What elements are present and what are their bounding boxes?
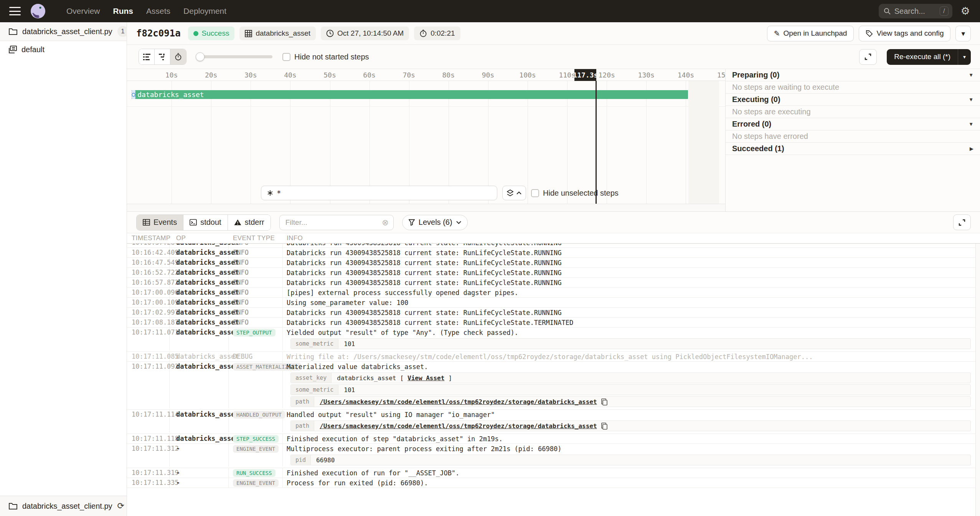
event-row[interactable]: 10:16:52.722databricks_assetINFODatabric…	[127, 268, 980, 278]
tab-stdout[interactable]: stdout	[183, 215, 228, 230]
event-timestamp: 10:17:11.085	[127, 352, 170, 361]
search-input[interactable]: Search... /	[879, 4, 952, 18]
event-row[interactable]: 10:17:00.109databricks_assetINFOUsing so…	[127, 298, 980, 308]
reexecute-all-button[interactable]: Re-execute all (*)	[887, 49, 958, 65]
event-op: databricks_asset	[170, 410, 229, 432]
asset-tag-chip[interactable]: databricks_asset	[239, 26, 316, 40]
panel-section-succeeded[interactable]: Succeeded (1)▶	[726, 143, 980, 155]
log-filter-input[interactable]: Filter... ⊗	[279, 215, 394, 230]
column-header-op: OP	[170, 234, 229, 242]
nav-item-assets[interactable]: Assets	[140, 7, 177, 16]
event-row[interactable]: 10:16:42.409databricks_assetINFODatabric…	[127, 248, 980, 258]
zoom-slider[interactable]	[196, 55, 272, 58]
event-info: Process for run exited (pid: 66980).	[283, 478, 980, 488]
view-tags-config-button[interactable]: View tags and config	[859, 26, 950, 41]
event-type-pill: HANDLED_OUTPUT	[233, 411, 285, 419]
selection-handle-knob[interactable]	[132, 93, 135, 97]
event-message: [pipes] external process successfully op…	[287, 288, 975, 297]
nav-item-runs[interactable]: Runs	[107, 7, 140, 16]
event-row[interactable]: 10:16:47.549databricks_assetINFODatabric…	[127, 258, 980, 268]
nav-item-deployment[interactable]: Deployment	[177, 7, 233, 16]
tab-stderr[interactable]: stderr	[228, 215, 271, 230]
row-gridline	[127, 106, 725, 107]
event-row[interactable]: 10:17:11.319-RUN_SUCCESSFinished executi…	[127, 468, 980, 478]
checkbox-icon[interactable]	[531, 189, 539, 197]
metadata-link[interactable]: /Users/smackesey/stm/code/elementl/oss/t…	[320, 422, 597, 430]
run-actions-dropdown-button[interactable]: ▾	[955, 26, 971, 41]
event-message: Finished execution of step "databricks_a…	[287, 435, 975, 443]
expand-logs-button[interactable]	[953, 214, 971, 230]
event-row[interactable]: 10:17:11.085databricks_assetDEBUGWriting…	[127, 352, 980, 362]
selection-handle[interactable]	[132, 90, 135, 99]
event-message: Materialized value databricks_asset.	[287, 363, 975, 371]
event-type-pill: STEP_OUTPUT	[233, 329, 276, 336]
reexecute-dropdown-button[interactable]: ▾	[958, 49, 971, 65]
sidebar-item-default[interactable]: default	[0, 41, 127, 58]
event-row[interactable]: 10:16:57.872databricks_assetINFODatabric…	[127, 278, 980, 288]
waterfall-view-button[interactable]	[155, 49, 170, 64]
event-info: Finished execution of step "databricks_a…	[283, 434, 980, 443]
event-op: databricks_asset	[170, 258, 229, 267]
main-nav: OverviewRunsAssetsDeployment	[60, 7, 233, 16]
panel-section-errored[interactable]: Errored (0)▼	[726, 118, 980, 130]
nav-item-overview[interactable]: Overview	[60, 7, 107, 16]
copy-icon[interactable]	[601, 398, 608, 406]
gantt-bar-databricks-asset[interactable]: databricks_asset	[135, 90, 688, 99]
levels-dropdown[interactable]: Levels (6)	[402, 215, 468, 230]
event-timestamp: 10:17:11.312	[127, 444, 170, 467]
event-row[interactable]: 10:17:11.114databricks_assetHANDLED_OUTP…	[127, 410, 980, 434]
dagster-logo[interactable]	[30, 3, 46, 19]
refresh-icon[interactable]: ⟳	[117, 501, 124, 511]
metadata-row: pid66980	[290, 455, 971, 465]
sidebar-footer: databricks_asset_client.py ⟳	[0, 496, 127, 516]
event-info: Handled output "result" using IO manager…	[283, 410, 980, 432]
metadata-label: path	[291, 421, 314, 431]
flat-view-button[interactable]	[139, 49, 155, 64]
panel-section-executing[interactable]: Executing (0)▼	[726, 94, 980, 106]
tab-events[interactable]: Events	[137, 215, 183, 230]
event-type-cell: INFO	[229, 278, 283, 287]
event-op: databricks_asset	[170, 268, 229, 277]
event-row[interactable]: 10:17:11.335-ENGINE_EVENTProcess for run…	[127, 478, 980, 488]
expand-gantt-button[interactable]	[859, 49, 877, 65]
event-row[interactable]: 10:16:37.284databricks_assetINFODatabric…	[127, 244, 980, 248]
event-info: Databricks run 43009438525818 current st…	[283, 278, 980, 287]
metadata-label: asset_key	[291, 373, 332, 383]
selection-options-button[interactable]	[502, 186, 526, 200]
sidebar-item-file[interactable]: databricks_asset_client.py 1	[0, 22, 127, 41]
open-launchpad-button[interactable]: ✎ Open in Launchpad	[767, 26, 854, 41]
event-row[interactable]: 10:17:08.187databricks_assetINFODatabric…	[127, 318, 980, 328]
event-type-cell: INFO	[229, 288, 283, 297]
timed-view-button[interactable]	[170, 49, 186, 64]
panel-section-preparing[interactable]: Preparing (0)▼	[726, 69, 980, 81]
event-info: Finished execution of run for "__ASSET_J…	[283, 468, 980, 478]
step-selector-input[interactable]: *	[261, 186, 497, 200]
checkbox-icon[interactable]	[282, 53, 290, 61]
hide-unselected-checkbox[interactable]: Hide unselected steps	[531, 189, 619, 198]
metadata-link[interactable]: /Users/smackesey/stm/code/elementl/oss/t…	[320, 398, 597, 406]
event-row[interactable]: 10:17:00.096databricks_assetINFO[pipes] …	[127, 288, 980, 298]
event-row[interactable]: 10:17:11.092databricks_assetASSET_MATERI…	[127, 362, 980, 410]
event-message: Databricks run 43009438525818 current st…	[287, 244, 975, 247]
gear-icon[interactable]: ⚙	[961, 6, 970, 16]
axis-tick-label: 140s	[674, 69, 697, 81]
menu-icon[interactable]	[9, 7, 21, 15]
event-message: Databricks run 43009438525818 current st…	[287, 279, 975, 287]
event-message: Handled output "result" using IO manager…	[287, 410, 975, 419]
zoom-slider-knob[interactable]	[196, 53, 205, 61]
event-type-cell: INFO	[229, 244, 283, 247]
hide-not-started-checkbox[interactable]: Hide not started steps	[282, 53, 369, 61]
event-row[interactable]: 10:17:11.071databricks_assetSTEP_OUTPUTY…	[127, 328, 980, 352]
terminal-icon	[190, 219, 197, 226]
event-row[interactable]: 10:17:02.997databricks_assetINFODatabric…	[127, 308, 980, 318]
metadata-value: 66980	[311, 455, 340, 465]
event-timestamp: 10:16:37.284	[127, 244, 170, 247]
event-row[interactable]: 10:17:11.118databricks_assetSTEP_SUCCESS…	[127, 434, 980, 444]
view-asset-link[interactable]: View Asset	[408, 374, 444, 382]
axis-tick-label: 150s	[714, 69, 726, 81]
event-row[interactable]: 10:17:11.312-ENGINE_EVENTMultiprocess ex…	[127, 444, 980, 468]
copy-icon[interactable]	[601, 422, 608, 430]
clear-filter-icon[interactable]: ⊗	[382, 218, 389, 227]
scrollbar-track[interactable]	[975, 244, 980, 516]
step-status-panel: Preparing (0)▼No steps are waiting to ex…	[725, 69, 980, 211]
